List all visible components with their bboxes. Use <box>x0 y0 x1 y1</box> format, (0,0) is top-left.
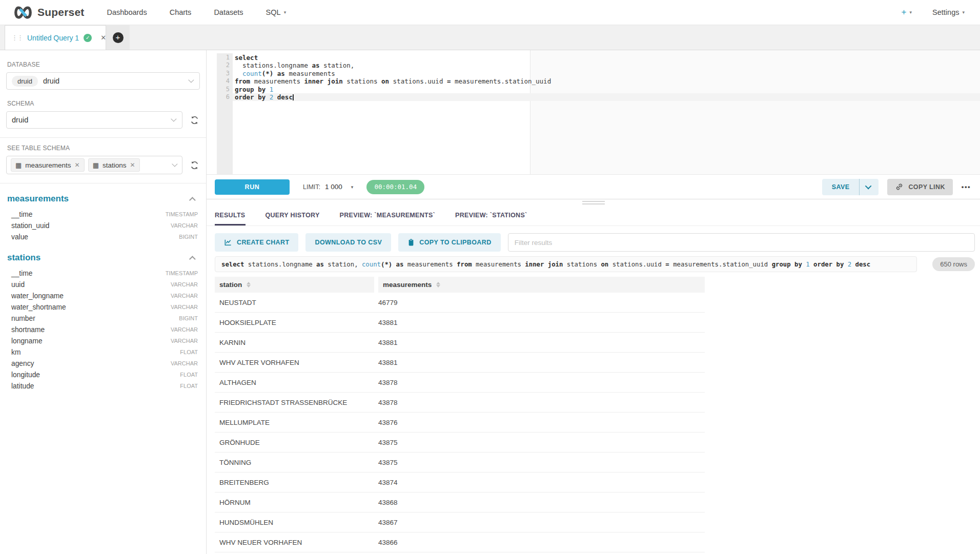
run-button[interactable]: RUN <box>215 179 290 195</box>
table-row: TÖNNING43875 <box>215 453 705 473</box>
chevron-down-icon: ▾ <box>962 10 965 15</box>
pane-splitter[interactable] <box>207 199 980 206</box>
sql-token <box>392 261 396 268</box>
results-tab-preview-stations[interactable]: PREVIEW: `STATIONS` <box>455 212 527 225</box>
chevron-down-icon <box>188 77 194 83</box>
sql-token: (*) <box>262 70 274 77</box>
remove-table-icon[interactable]: ✕ <box>130 161 135 169</box>
copy-link-button[interactable]: COPY LINK <box>887 179 952 195</box>
sql-token: from <box>457 261 472 268</box>
table-select[interactable]: ▦measurements✕▦stations✕ <box>6 156 182 174</box>
sql-token <box>266 86 270 93</box>
sql-token <box>273 70 277 77</box>
sql-editor[interactable]: 123456 select stations.longname as stati… <box>207 50 980 175</box>
code-line: order by 2 desc <box>233 93 980 101</box>
column-type: BIGINT <box>179 315 199 321</box>
column-header-label: station <box>219 281 242 289</box>
refresh-schemas-button[interactable] <box>189 114 200 126</box>
save-button[interactable]: SAVE <box>822 179 860 195</box>
nav-item-charts[interactable]: Charts <box>170 8 192 16</box>
table-row: MELLUMPLATE43876 <box>215 413 705 433</box>
results-tabs: RESULTSQUERY HISTORYPREVIEW: `MEASUREMEN… <box>207 206 980 226</box>
superset-logo[interactable]: Superset <box>13 6 84 19</box>
sql-token: from <box>235 77 250 85</box>
table-chip-stations[interactable]: ▦stations✕ <box>88 158 140 172</box>
sql-token: stations.longname <box>235 61 312 69</box>
schema-select[interactable]: druid <box>6 111 182 129</box>
limit-dropdown[interactable]: LIMIT: 1 000 ▾ <box>303 183 353 191</box>
schema-table-title: measurements <box>7 194 69 204</box>
schema-column-row: valueBIGINT <box>6 231 200 242</box>
create-chart-button[interactable]: CREATE CHART <box>215 233 298 252</box>
remove-table-icon[interactable]: ✕ <box>75 161 80 169</box>
measurements-cell: 43874 <box>378 479 705 486</box>
limit-value: 1 000 <box>325 183 342 191</box>
column-name: __time <box>11 270 32 277</box>
column-type: FLOAT <box>180 383 199 389</box>
sort-icon[interactable] <box>247 282 251 288</box>
editor-toolbar: RUN LIMIT: 1 000 ▾ 00:00:01.04 SAVE <box>207 175 980 199</box>
collapse-icon[interactable] <box>189 197 196 203</box>
save-options-button[interactable] <box>860 179 879 195</box>
tab-drag-handle-icon[interactable]: ⋮⋮ <box>11 34 23 42</box>
nav-item-dashboards[interactable]: Dashboards <box>107 8 147 16</box>
results-tab-query-history[interactable]: QUERY HISTORY <box>266 212 320 225</box>
new-item-menu[interactable]: + ▾ <box>902 7 912 17</box>
table-chip-measurements[interactable]: ▦measurements✕ <box>11 158 85 172</box>
sql-token: 1 <box>806 261 809 268</box>
brand-name: Superset <box>37 6 84 18</box>
station-cell: WHV ALTER VORHAFEN <box>215 359 378 366</box>
code-line: group by 1 <box>233 86 980 93</box>
nav-item-sql[interactable]: SQL▾ <box>266 8 287 16</box>
table-row: GRÖNHUDE43875 <box>215 433 705 453</box>
close-tab-icon[interactable]: ✕ <box>100 34 106 42</box>
chart-icon <box>224 238 232 247</box>
database-select[interactable]: druid druid <box>6 72 200 90</box>
measurements-cell: 43878 <box>378 399 705 406</box>
table-row: HUNDSMÜHLEN43867 <box>215 512 705 532</box>
sql-token <box>802 261 806 268</box>
nav-menu: DashboardsChartsDatasetsSQL▾ <box>107 8 286 16</box>
sidebar-divider <box>0 183 206 183</box>
measurements-cell: 43881 <box>378 319 705 326</box>
nav-item-datasets[interactable]: Datasets <box>214 8 243 16</box>
column-header-measurements[interactable]: measurements <box>378 277 705 293</box>
sql-token: 1 <box>270 86 274 93</box>
more-options-button[interactable]: ••• <box>962 183 971 191</box>
station-cell: TÖNNING <box>215 459 378 466</box>
filter-results-input[interactable] <box>508 233 975 252</box>
sql-token: desc <box>277 93 293 101</box>
download-to-csv-button[interactable]: DOWNLOAD TO CSV <box>305 233 391 252</box>
tab-untitled-query-1[interactable]: ⋮⋮ Untitled Query 1 ✓ ✕ <box>5 25 106 50</box>
action-button-label: DOWNLOAD TO CSV <box>315 239 382 246</box>
column-name: number <box>11 315 35 322</box>
sort-icon[interactable] <box>436 282 440 288</box>
sql-token: stations.longname <box>244 261 316 268</box>
results-tab-preview-measurements[interactable]: PREVIEW: `MEASUREMENTS` <box>340 212 436 225</box>
schema-column-row: water_longnameVARCHAR <box>6 290 200 301</box>
copy-to-clipboard-button[interactable]: COPY TO CLIPBOARD <box>398 233 500 252</box>
sql-token: as <box>396 261 404 268</box>
database-value: druid <box>43 77 59 85</box>
station-cell: FRIEDRICHSTADT STRASSENBRÜCKE <box>215 399 378 406</box>
line-number: 1 <box>217 54 233 61</box>
column-type: BIGINT <box>179 234 199 240</box>
schema-table-header[interactable]: measurements <box>7 194 199 204</box>
column-header-station[interactable]: station <box>215 277 374 293</box>
measurements-cell: 43868 <box>378 499 705 506</box>
sidebar-divider <box>0 137 206 138</box>
results-tab-results[interactable]: RESULTS <box>215 212 246 225</box>
column-name: uuid <box>11 281 25 289</box>
refresh-tables-button[interactable] <box>189 159 200 171</box>
sql-token <box>273 93 277 101</box>
collapse-icon[interactable] <box>189 256 196 262</box>
line-number: 3 <box>217 70 233 77</box>
code-line: from measurements inner join stations on… <box>233 77 980 85</box>
settings-menu[interactable]: Settings ▾ <box>932 8 965 16</box>
sql-workpane: 123456 select stations.longname as stati… <box>207 50 980 554</box>
sql-token: group by <box>772 261 802 268</box>
limit-label: LIMIT: <box>303 183 320 191</box>
schema-table-header[interactable]: stations <box>7 253 199 263</box>
add-tab-button[interactable]: + <box>113 32 124 43</box>
schema-column-row: kmFLOAT <box>6 346 200 358</box>
